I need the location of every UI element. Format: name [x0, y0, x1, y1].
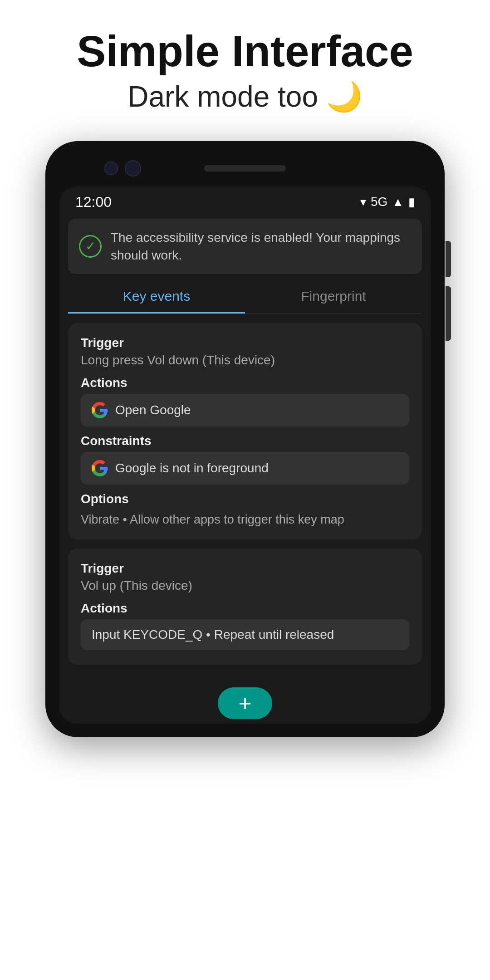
input-keycode-button[interactable]: Input KEYCODE_Q • Repeat until released [81, 619, 409, 650]
fab-container: + [59, 674, 431, 724]
camera-left-icon [104, 162, 118, 175]
actions-label-1: Actions [81, 376, 409, 390]
open-google-label: Open Google [115, 403, 191, 417]
options-value-1: Vibrate • Allow other apps to trigger th… [81, 513, 409, 527]
add-fab-button[interactable]: + [218, 687, 272, 719]
page-header: Simple Interface Dark mode too 🌙 [0, 0, 490, 132]
status-time: 12:00 [75, 194, 112, 211]
volume-down-button[interactable] [446, 286, 451, 341]
camera-right-icon [125, 160, 141, 176]
google-logo-constraint-icon [92, 460, 108, 476]
status-bar: 12:00 ▾ 5G ▲ ▮ [59, 186, 431, 214]
page-subtitle: Dark mode too 🌙 [18, 80, 472, 114]
battery-icon: ▮ [408, 195, 415, 209]
speaker-icon [204, 165, 286, 172]
moon-icon: 🌙 [326, 80, 363, 114]
signal-icon: ▲ [392, 195, 404, 209]
trigger-label-2: Trigger [81, 561, 409, 576]
wifi-icon: ▾ [360, 195, 366, 209]
options-label-1: Options [81, 492, 409, 506]
trigger-label-1: Trigger [81, 336, 409, 350]
trigger-value-1: Long press Vol down (This device) [81, 353, 409, 368]
network-type: 5G [371, 195, 387, 209]
google-not-foreground-label: Google is not in foreground [115, 461, 269, 475]
keymap-card-1: Trigger Long press Vol down (This device… [68, 323, 422, 539]
phone-screen: 12:00 ▾ 5G ▲ ▮ ✓ The accessibility servi… [59, 186, 431, 724]
accessibility-banner: ✓ The accessibility service is enabled! … [68, 219, 422, 274]
input-keycode-label: Input KEYCODE_Q • Repeat until released [92, 627, 334, 642]
page-title: Simple Interface [18, 27, 472, 75]
constraints-label-1: Constraints [81, 434, 409, 448]
volume-up-button[interactable] [446, 241, 451, 277]
trigger-value-2: Vol up (This device) [81, 578, 409, 593]
accessibility-text: The accessibility service is enabled! Yo… [111, 229, 411, 264]
add-icon: + [238, 692, 251, 715]
tabs-row: Key events Fingerprint [68, 279, 422, 314]
google-logo-icon [92, 402, 108, 418]
phone-frame: 12:00 ▾ 5G ▲ ▮ ✓ The accessibility servi… [45, 141, 445, 737]
google-not-foreground-button[interactable]: Google is not in foreground [81, 452, 409, 485]
app-content: ✓ The accessibility service is enabled! … [59, 219, 431, 674]
keymap-card-2: Trigger Vol up (This device) Actions Inp… [68, 549, 422, 665]
status-icons: ▾ 5G ▲ ▮ [360, 195, 415, 209]
phone-notch [59, 155, 431, 182]
open-google-button[interactable]: Open Google [81, 394, 409, 426]
tab-fingerprint[interactable]: Fingerprint [245, 279, 422, 314]
tab-key-events[interactable]: Key events [68, 279, 245, 314]
check-circle-icon: ✓ [79, 235, 102, 258]
actions-label-2: Actions [81, 601, 409, 616]
